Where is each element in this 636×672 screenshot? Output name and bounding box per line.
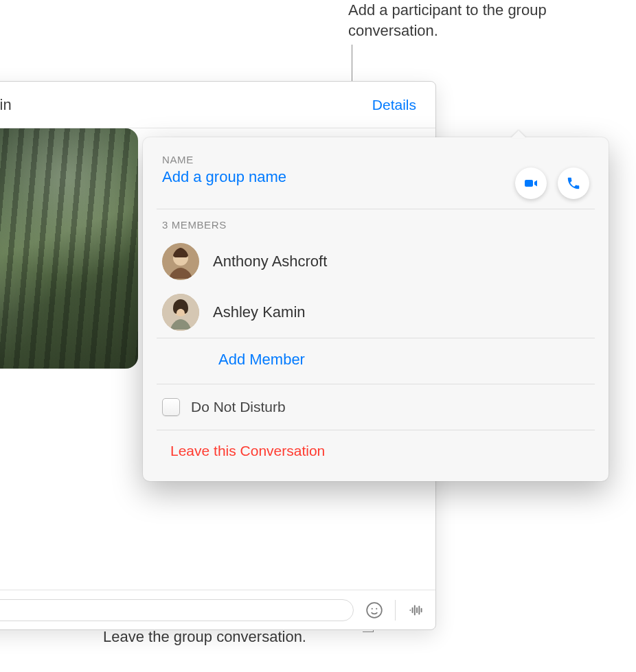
conversation-title: ft, Ashley Kamin — [0, 96, 12, 114]
callout-add-participant: Add a participant to the group conversat… — [348, 0, 595, 40]
message-input-bar — [0, 590, 435, 629]
chat-header: ft, Ashley Kamin Details — [0, 82, 435, 128]
callout-leader — [363, 632, 374, 632]
leave-conversation-button[interactable]: Leave this Conversation — [170, 443, 325, 459]
audio-message-icon[interactable] — [405, 599, 427, 621]
group-name-input[interactable]: Add a group name — [162, 168, 286, 186]
details-popover: NAME Add a group name 3 MEMBERS — [143, 137, 609, 481]
do-not-disturb-checkbox[interactable] — [162, 398, 180, 416]
svg-point-0 — [367, 603, 382, 618]
video-call-button[interactable] — [515, 167, 547, 199]
do-not-disturb-label: Do Not Disturb — [191, 399, 286, 415]
emoji-picker-icon[interactable] — [363, 599, 385, 621]
details-button[interactable]: Details — [372, 97, 416, 113]
audio-call-button[interactable] — [558, 167, 589, 199]
message-image-attachment[interactable] — [0, 128, 138, 369]
video-icon — [523, 175, 539, 192]
avatar — [162, 294, 199, 331]
divider — [395, 600, 396, 621]
member-row[interactable]: Anthony Ashcroft — [143, 236, 609, 287]
popover-header: NAME Add a group name — [143, 137, 609, 209]
member-name: Anthony Ashcroft — [213, 253, 327, 270]
member-name: Ashley Kamin — [213, 303, 306, 321]
svg-point-1 — [372, 607, 373, 609]
add-member-button[interactable]: Add Member — [218, 351, 305, 368]
name-section-label: NAME — [162, 154, 286, 165]
phone-icon — [566, 176, 581, 191]
svg-rect-9 — [525, 180, 533, 187]
members-count-label: 3 MEMBERS — [162, 219, 589, 231]
do-not-disturb-row: Do Not Disturb — [143, 384, 609, 430]
message-input[interactable] — [0, 599, 354, 621]
avatar — [162, 243, 199, 280]
svg-point-2 — [376, 607, 377, 609]
member-row[interactable]: Ashley Kamin — [143, 287, 609, 338]
